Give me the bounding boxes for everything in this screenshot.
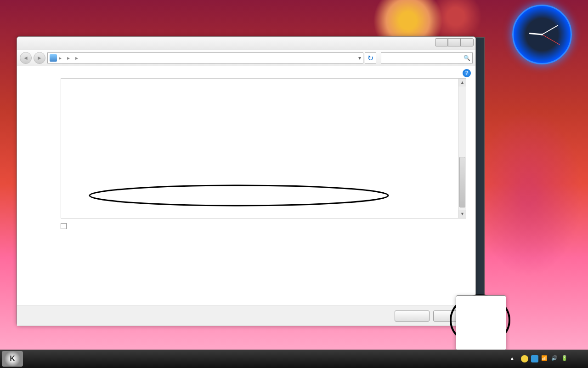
control-panel-window: ◄ ► ▸ ▸ ▸ ▾ ↻ 🔍 ? ▲ ▼ — [17, 36, 476, 326]
tray-icon[interactable] — [531, 355, 538, 362]
tray-icon[interactable] — [521, 355, 528, 362]
scroll-thumb[interactable] — [459, 157, 465, 207]
dialog-footer — [17, 305, 475, 326]
close-button[interactable] — [461, 38, 474, 46]
search-icon: 🔍 — [464, 55, 470, 61]
scrollbar[interactable]: ▲ ▼ — [458, 79, 466, 218]
breadcrumb-dropdown-icon[interactable]: ▾ — [358, 55, 361, 61]
always-show-checkbox[interactable] — [61, 223, 67, 229]
maximize-button[interactable] — [448, 38, 461, 46]
clock-gadget[interactable] — [512, 5, 572, 64]
taskbar: K ▴ 📶 🔊 🔋 — [0, 350, 588, 368]
scroll-up-icon[interactable]: ▲ — [458, 79, 466, 86]
volume-icon[interactable]: 🔊 — [551, 355, 559, 362]
notification-tray-popup — [456, 295, 506, 351]
breadcrumb[interactable]: ▸ ▸ ▸ ▾ — [47, 52, 363, 63]
forward-button[interactable]: ► — [34, 52, 45, 64]
search-input[interactable]: 🔍 — [381, 52, 473, 63]
refresh-button[interactable]: ↻ — [365, 52, 376, 63]
start-button[interactable]: K — [2, 351, 23, 367]
scroll-down-icon[interactable]: ▼ — [458, 210, 466, 218]
help-icon[interactable]: ? — [463, 69, 471, 77]
navigation-bar: ◄ ► ▸ ▸ ▸ ▾ ↻ 🔍 — [17, 50, 475, 66]
window-titlebar[interactable] — [17, 37, 475, 50]
network-icon[interactable]: 📶 — [541, 355, 548, 362]
system-tray: ▴ 📶 🔊 🔋 — [508, 351, 586, 367]
battery-icon[interactable]: 🔋 — [561, 355, 569, 362]
control-panel-icon — [50, 54, 57, 62]
back-button[interactable]: ◄ — [20, 52, 32, 64]
minimize-button[interactable] — [435, 38, 448, 46]
tray-show-hidden-icon[interactable]: ▴ — [511, 355, 518, 362]
show-desktop-button[interactable] — [580, 351, 583, 367]
ok-button[interactable] — [395, 310, 430, 322]
notification-icons-list: ▲ ▼ — [61, 78, 466, 218]
